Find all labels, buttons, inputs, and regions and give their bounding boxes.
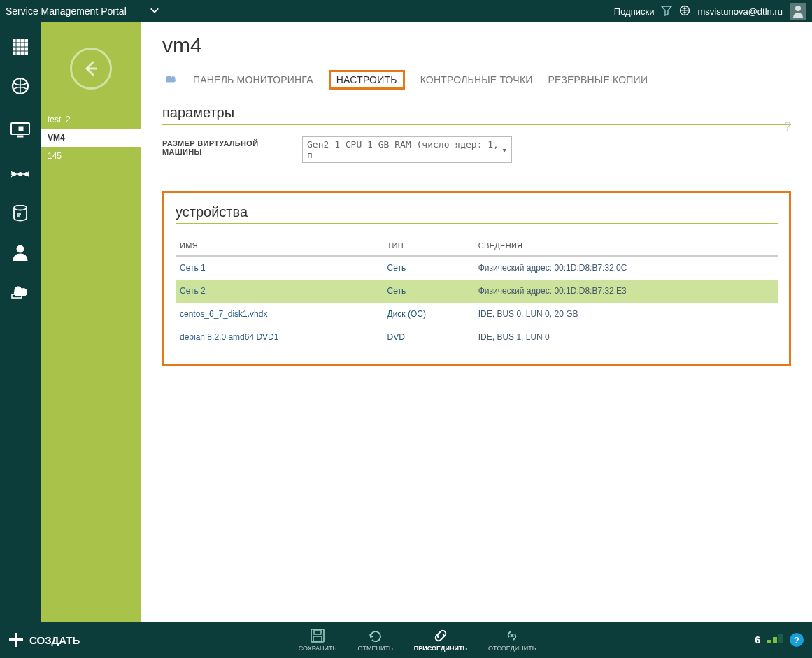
rail-database-icon[interactable] [10,203,31,224]
cancel-button[interactable]: ОТМЕНИТЬ [357,628,392,652]
tab-backups[interactable]: РЕЗЕРВНЫЕ КОПИИ [548,74,648,85]
vm-size-select[interactable]: Gen2 1 CPU 1 GB RAM (число ядер: 1, п ▾ [302,136,512,163]
svg-rect-1 [13,39,15,42]
vm-list-sidebar: test_2 VM4 145 [41,22,141,622]
signal-icon[interactable] [767,634,783,646]
detach-label: ОТСОЕДИНИТЬ [488,645,536,652]
svg-rect-9 [13,48,15,50]
rail-globe-outline-icon[interactable] [10,76,31,96]
svg-rect-20 [19,127,23,131]
attach-button[interactable]: ПРИСОЕДИНИТЬ [414,628,467,652]
rail-vm-icon[interactable] [0,115,41,145]
devices-section: устройства ИМЯ ТИП СВЕДЕНИЯ С [162,191,791,366]
svg-rect-13 [13,52,15,55]
svg-rect-2 [17,39,20,42]
cloud-icon [162,73,178,87]
notification-count[interactable]: 6 [755,634,760,645]
main-panel: vm4 ПАНЕЛЬ МОНИТОРИНГА НАСТРОИТЬ КОНТРОЛ… [141,22,812,622]
cell-type: DVD [383,326,474,349]
svg-point-25 [17,245,24,252]
svg-rect-5 [13,43,15,46]
table-row[interactable]: debian 8.2.0 amd64 DVD1 DVD IDE, BUS 1, … [176,326,778,349]
table-row[interactable]: Сеть 2 Сеть Физический адрес: 00:1D:D8:B… [176,280,778,303]
svg-point-22 [19,173,22,176]
rail-network-icon[interactable] [10,164,31,185]
cell-details: Физический адрес: 00:1D:D8:B7:32:E3 [474,280,778,303]
sidebar-item-145[interactable]: 145 [41,147,141,165]
rail-cloud-stack-icon[interactable] [10,281,31,302]
svg-rect-8 [25,43,28,46]
svg-rect-15 [21,52,24,55]
cell-type: Сеть [383,256,474,280]
create-button[interactable]: СОЗДАТЬ [8,632,80,648]
svg-rect-7 [21,43,24,46]
section-parameters-title: параметры [162,105,791,121]
svg-rect-30 [314,630,321,634]
top-header: Service Management Portal Подписки msvis… [0,0,812,22]
vm-size-value: Gen2 1 CPU 1 GB RAM (число ядер: 1, п [307,139,501,160]
section-devices-title: устройства [176,204,778,220]
svg-rect-6 [17,43,20,46]
svg-rect-19 [17,136,23,137]
command-bar: СОЗДАТЬ СОХРАНИТЬ ОТМЕНИТЬ ПРИСОЕДИНИТЬ … [0,622,812,658]
tab-configure[interactable]: НАСТРОИТЬ [329,70,405,90]
cell-details: IDE, BUS 0, LUN 0, 20 GB [474,303,778,326]
svg-rect-10 [17,48,20,50]
nav-rail [0,22,41,622]
rail-user-icon[interactable] [10,242,31,263]
svg-rect-12 [25,48,28,50]
detach-button[interactable]: ОТСОЕДИНИТЬ [488,628,536,652]
separator [138,5,138,17]
svg-rect-34 [778,634,783,643]
subscriptions-link[interactable]: Подписки [614,6,655,17]
sidebar-item-vm4[interactable]: VM4 [41,129,141,147]
devices-table: ИМЯ ТИП СВЕДЕНИЯ Сеть 1 Сеть Физический … [176,236,778,349]
create-label: СОЗДАТЬ [29,634,80,646]
cell-details: IDE, BUS 1, LUN 0 [474,326,778,349]
cell-details: Физический адрес: 00:1D:D8:B7:32:0C [474,256,778,280]
cell-name: Сеть 2 [176,280,383,303]
chevron-down-icon[interactable] [150,6,159,17]
tabs: ПАНЕЛЬ МОНИТОРИНГА НАСТРОИТЬ КОНТРОЛЬНЫЕ… [162,70,791,90]
cell-type: Сеть [383,280,474,303]
col-details[interactable]: СВЕДЕНИЯ [474,236,778,256]
col-name[interactable]: ИМЯ [176,236,383,256]
help-button[interactable]: ? [790,633,804,647]
cell-name: debian 8.2.0 amd64 DVD1 [176,326,383,349]
svg-rect-33 [773,637,777,643]
funnel-icon[interactable] [661,5,672,18]
save-button[interactable]: СОХРАНИТЬ [299,628,337,652]
page-title: vm4 [162,34,791,57]
back-button[interactable] [70,48,112,90]
svg-rect-31 [313,636,322,641]
portal-title: Service Management Portal [6,6,127,17]
help-icon[interactable]: ? [784,120,791,134]
col-type[interactable]: ТИП [383,236,474,256]
svg-point-24 [14,206,27,210]
globe-icon[interactable] [679,5,690,18]
section-rule [162,124,791,125]
table-row[interactable]: Сеть 1 Сеть Физический адрес: 00:1D:D8:B… [176,256,778,280]
save-label: СОХРАНИТЬ [299,645,337,652]
svg-rect-28 [9,638,23,641]
dropdown-caret-icon: ▾ [501,145,507,155]
svg-rect-3 [21,39,24,42]
svg-rect-16 [25,52,28,55]
svg-rect-11 [21,48,24,50]
tab-dashboard[interactable]: ПАНЕЛЬ МОНИТОРИНГА [193,74,313,85]
cell-name: centos_6_7_disk1.vhdx [176,303,383,326]
vm-size-label: РАЗМЕР ВИРТУАЛЬНОЙ МАШИНЫ [162,136,288,156]
rail-all-icon[interactable] [10,36,31,57]
svg-rect-4 [25,39,28,42]
sidebar-item-test2[interactable]: test_2 [41,110,141,129]
svg-rect-14 [17,52,20,55]
cell-type: Диск (ОС) [383,303,474,326]
table-row[interactable]: centos_6_7_disk1.vhdx Диск (ОС) IDE, BUS… [176,303,778,326]
user-email[interactable]: msvistunova@dtln.ru [697,6,783,17]
svg-rect-32 [767,640,771,643]
cancel-label: ОТМЕНИТЬ [357,645,392,652]
cell-name: Сеть 1 [176,256,383,280]
section-rule [176,223,778,224]
tab-checkpoints[interactable]: КОНТРОЛЬНЫЕ ТОЧКИ [420,74,533,85]
avatar-icon[interactable] [790,3,806,20]
